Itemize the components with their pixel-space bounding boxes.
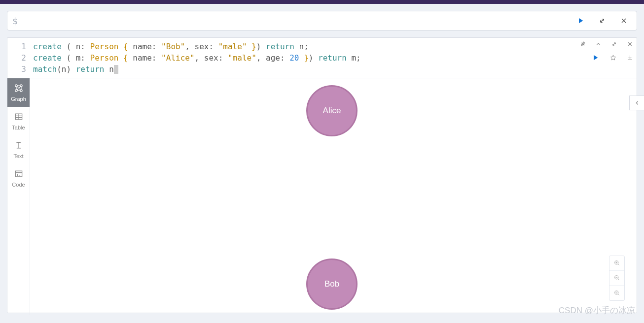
- table-icon: [14, 112, 24, 123]
- tab-table[interactable]: Table: [7, 107, 30, 135]
- close-icon[interactable]: [619, 16, 629, 26]
- favorite-icon[interactable]: [609, 54, 617, 62]
- tab-label: Code: [12, 182, 25, 188]
- code-text[interactable]: create ( n: Person { name: "Bob", sex: "…: [33, 41, 309, 52]
- graph-icon: [14, 83, 24, 94]
- view-tabs: GraphTableTextCode: [7, 78, 30, 315]
- graph-canvas[interactable]: AliceBob: [30, 78, 637, 315]
- code-text[interactable]: create ( m: Person { name: "Alice", sex:…: [33, 52, 361, 64]
- svg-point-8: [614, 291, 618, 294]
- code-line[interactable]: 2create ( m: Person { name: "Alice", sex…: [7, 52, 637, 64]
- run-editor-button[interactable]: [590, 53, 600, 63]
- tab-label: Table: [12, 125, 25, 130]
- code-icon: [14, 169, 24, 180]
- top-accent-bar: [0, 0, 644, 4]
- zoom-in-button[interactable]: [609, 256, 624, 271]
- line-number: 1: [7, 41, 33, 52]
- text-icon: [14, 140, 24, 151]
- download-icon[interactable]: [626, 54, 634, 62]
- tab-label: Text: [13, 153, 23, 159]
- tab-graph[interactable]: Graph: [7, 78, 30, 107]
- code-text[interactable]: match(n) return n: [33, 64, 118, 75]
- svg-point-2: [15, 90, 17, 92]
- zoom-controls: [609, 256, 625, 301]
- run-query-button[interactable]: [575, 16, 585, 26]
- line-number: 2: [7, 52, 33, 64]
- zoom-fit-button[interactable]: [609, 286, 624, 300]
- tab-code[interactable]: Code: [7, 164, 30, 193]
- result-panel: 1create ( n: Person { name: "Bob", sex: …: [7, 37, 637, 313]
- expand-icon[interactable]: [597, 16, 607, 26]
- graph-node-alice[interactable]: Alice: [306, 85, 358, 136]
- svg-point-9: [616, 292, 617, 293]
- tab-label: Graph: [11, 96, 26, 102]
- query-editor[interactable]: 1create ( n: Person { name: "Bob", sex: …: [7, 38, 637, 78]
- tab-text[interactable]: Text: [7, 135, 30, 164]
- prompt-symbol: $: [12, 16, 18, 26]
- query-input[interactable]: [18, 16, 575, 25]
- svg-point-0: [15, 85, 17, 87]
- zoom-out-button[interactable]: [609, 271, 624, 286]
- line-number: 3: [7, 64, 33, 75]
- side-panel-toggle[interactable]: [629, 96, 644, 110]
- code-line[interactable]: 1create ( n: Person { name: "Bob", sex: …: [7, 41, 637, 52]
- graph-node-bob[interactable]: Bob: [306, 258, 358, 310]
- code-line[interactable]: 3match(n) return n: [7, 64, 637, 75]
- query-bar: $: [7, 11, 637, 31]
- svg-point-3: [20, 90, 22, 92]
- svg-point-1: [20, 85, 22, 87]
